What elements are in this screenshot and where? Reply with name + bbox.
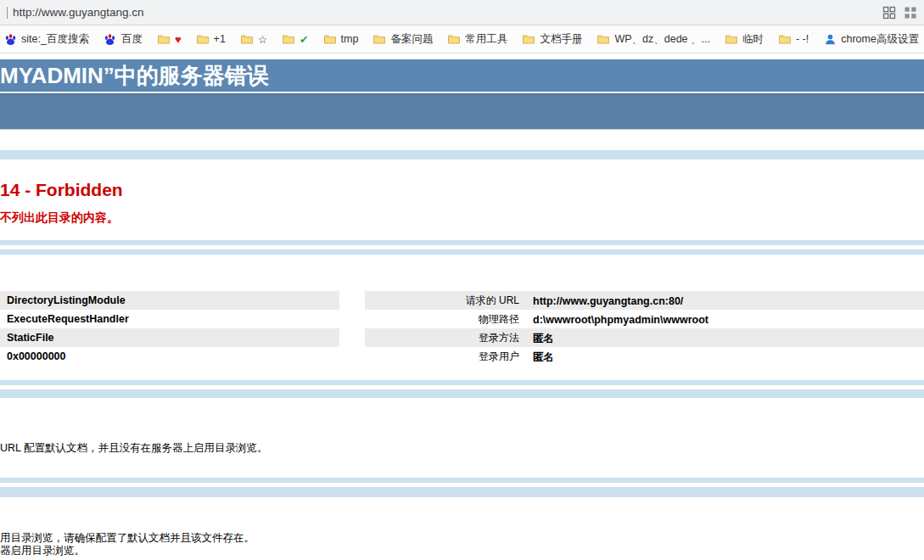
table-row: ExecuteRequestHandler 物理路径d:\wwwroot\php… <box>0 310 924 328</box>
spacer <box>0 224 924 240</box>
bookmark-label: +1 <box>214 33 226 45</box>
error-title: 14 - Forbidden <box>0 180 924 200</box>
logon-user-label: 登录用户 <box>365 347 519 366</box>
bookmark-folder-tools[interactable]: 常用工具 <box>447 32 507 47</box>
folder-icon <box>157 32 171 46</box>
requested-url-value: http://www.guyangtang.cn:80/ <box>533 295 683 307</box>
folder-icon <box>323 32 337 46</box>
url-text[interactable]: http://www.guyangtang.cn <box>13 6 144 19</box>
spacer <box>0 398 924 443</box>
bookmark-folder-beian[interactable]: 备案问题 <box>372 32 433 47</box>
text-cursor <box>7 7 8 19</box>
stripe-divider <box>0 487 924 497</box>
fix-suggestion-text-1: 用目录浏览，请确保配置了默认文档并且该文件存在。 <box>0 533 924 544</box>
table-row: DirectoryListingModule 请求的 URLhttp://www… <box>0 291 924 310</box>
bookmark-label: - -! <box>796 33 809 45</box>
bookmarks-bar: site:_百度搜索 百度 ♥ +1 ☆ ✔ tmp <box>0 25 924 53</box>
folder-icon <box>596 32 610 46</box>
spacer <box>0 130 924 150</box>
logon-user-value: 匿名 <box>533 351 554 363</box>
baidu-icon <box>104 32 117 46</box>
bookmark-folder-star[interactable]: ☆ <box>240 32 267 46</box>
fix-suggestion-text-2: 器启用目录浏览。 <box>0 546 924 557</box>
physical-path-cell: 物理路径d:\wwwroot\phpmyadmin\wwwroot <box>365 310 924 328</box>
error-code-value: 0x00000000 <box>0 347 339 366</box>
bookmark-folder-plus1[interactable]: +1 <box>196 32 226 46</box>
folder-icon <box>447 32 461 46</box>
bookmark-label: site:_百度搜索 <box>21 32 89 47</box>
table-row: StaticFile 登录方法匿名 <box>0 328 924 347</box>
handler-value: StaticFile <box>0 328 339 347</box>
address-bar: http://www.guyangtang.cn <box>0 0 924 25</box>
folder-icon <box>196 32 210 46</box>
bookmark-folder-dash[interactable]: - -! <box>778 32 809 46</box>
stripe-divider <box>0 389 924 398</box>
spacer <box>0 255 924 291</box>
error-subtitle: 不列出此目录的内容。 <box>0 210 924 224</box>
bookmark-label: 百度 <box>121 32 143 47</box>
bookmark-item-chrome-settings[interactable]: chrome高级设置 <box>823 32 919 47</box>
baidu-icon <box>3 32 17 46</box>
table-row: 0x00000000 登录用户匿名 <box>0 347 924 366</box>
bookmark-label: tmp <box>341 33 359 45</box>
requested-url-cell: 请求的 URLhttp://www.guyangtang.cn:80/ <box>365 291 924 310</box>
page-title: MYADMIN”中的服务器错误 <box>0 63 269 88</box>
person-icon <box>823 32 837 46</box>
bookmark-folder-wp-dz-dede[interactable]: WP、dz、dede 、... <box>596 32 710 47</box>
bookmark-label: chrome高级设置 <box>841 32 919 47</box>
apps-grid-icon[interactable] <box>882 6 896 20</box>
server-version-bar <box>0 93 924 130</box>
bookmark-label: 文档手册 <box>540 32 582 47</box>
bookmark-folder-temp[interactable]: 临时 <box>725 32 764 47</box>
logon-user-cell: 登录用户匿名 <box>365 347 924 366</box>
folder-icon <box>522 32 535 46</box>
detailed-error-table: DirectoryListingModule 请求的 URLhttp://www… <box>0 291 924 366</box>
bookmark-label: WP、dz、dede 、... <box>614 32 710 47</box>
bookmark-item-baidu-site-search[interactable]: site:_百度搜索 <box>3 32 89 47</box>
bookmark-folder-docs[interactable]: 文档手册 <box>522 32 582 47</box>
folder-icon <box>282 32 295 46</box>
logon-method-label: 登录方法 <box>365 328 519 347</box>
spacer <box>0 454 924 478</box>
notification-value: ExecuteRequestHandler <box>0 310 339 328</box>
module-value: DirectoryListingModule <box>0 291 339 310</box>
bookmark-item-baidu[interactable]: 百度 <box>104 32 143 47</box>
spacer <box>0 366 924 380</box>
stripe-divider <box>0 150 924 160</box>
requested-url-label: 请求的 URL <box>365 291 519 310</box>
logon-method-value: 匿名 <box>533 333 554 344</box>
spacer <box>0 200 924 210</box>
bookmark-folder-check[interactable]: ✔ <box>282 32 308 46</box>
physical-path-label: 物理路径 <box>365 310 519 328</box>
spacer <box>0 497 924 533</box>
likely-cause-text: URL 配置默认文档，并且没有在服务器上启用目录浏览。 <box>0 443 924 454</box>
physical-path-value: d:\wwwroot\phpmyadmin\wwwroot <box>533 314 708 326</box>
bookmark-label: 备案问题 <box>390 32 433 47</box>
bookmark-label: 常用工具 <box>465 32 507 47</box>
bookmark-folder-tmp[interactable]: tmp <box>323 32 359 46</box>
bookmark-label: ✔ <box>300 33 308 46</box>
folder-icon <box>372 32 386 46</box>
address-bar-icons <box>882 6 919 20</box>
error-page-header: MYADMIN”中的服务器错误 <box>0 59 924 92</box>
extensions-grid-icon[interactable] <box>904 6 917 20</box>
logon-method-cell: 登录方法匿名 <box>365 328 924 347</box>
folder-icon <box>725 32 738 46</box>
spacer <box>0 160 924 180</box>
bookmark-label: 临时 <box>742 32 764 47</box>
spacer <box>0 53 924 59</box>
bookmark-label: ♥ <box>175 33 182 46</box>
bookmark-folder-heart[interactable]: ♥ <box>157 32 182 46</box>
bookmark-label: ☆ <box>258 33 267 46</box>
page-content: MYADMIN”中的服务器错误 14 - Forbidden 不列出此目录的内容… <box>0 53 924 558</box>
folder-icon <box>778 32 792 46</box>
folder-icon <box>240 32 254 46</box>
